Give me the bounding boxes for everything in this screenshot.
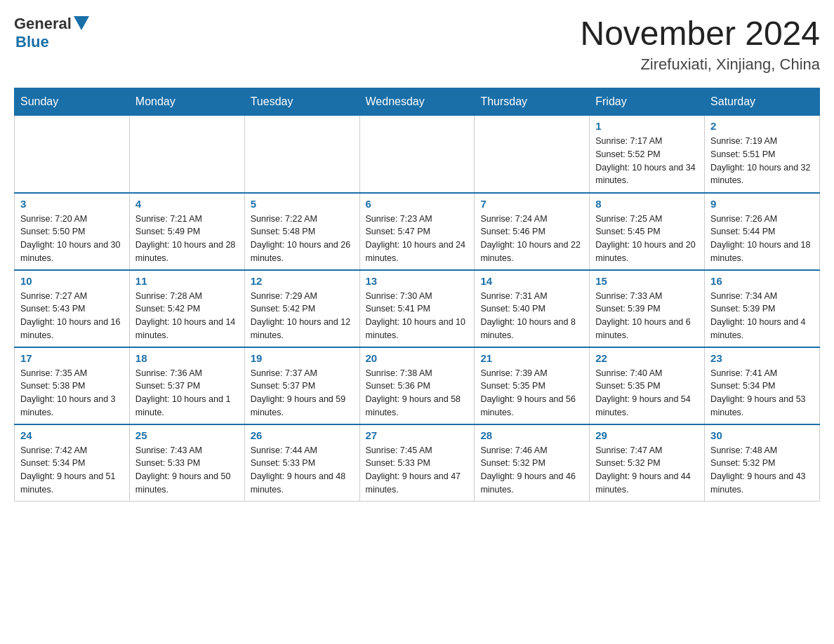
svg-marker-0	[74, 16, 89, 30]
logo-arrow-icon	[74, 16, 89, 30]
calendar-cell: 6Sunrise: 7:23 AMSunset: 5:47 PMDaylight…	[359, 193, 475, 270]
weekday-header-tuesday: Tuesday	[244, 88, 359, 116]
calendar-cell: 2Sunrise: 7:19 AMSunset: 5:51 PMDaylight…	[705, 116, 820, 193]
day-number: 3	[20, 198, 124, 210]
calendar-cell: 29Sunrise: 7:47 AMSunset: 5:32 PMDayligh…	[590, 424, 705, 502]
day-number: 21	[480, 352, 583, 364]
calendar-cell: 25Sunrise: 7:43 AMSunset: 5:33 PMDayligh…	[129, 424, 244, 502]
day-number: 9	[710, 198, 814, 210]
calendar-cell: 23Sunrise: 7:41 AMSunset: 5:34 PMDayligh…	[705, 347, 820, 424]
calendar-week-3: 10Sunrise: 7:27 AMSunset: 5:43 PMDayligh…	[15, 270, 820, 347]
day-number: 28	[480, 429, 583, 441]
day-number: 23	[710, 352, 814, 364]
day-number: 7	[480, 198, 583, 210]
weekday-header-sunday: Sunday	[15, 88, 130, 116]
calendar-cell: 16Sunrise: 7:34 AMSunset: 5:39 PMDayligh…	[705, 270, 820, 347]
calendar-cell: 9Sunrise: 7:26 AMSunset: 5:44 PMDaylight…	[705, 193, 820, 270]
calendar-cell: 21Sunrise: 7:39 AMSunset: 5:35 PMDayligh…	[475, 347, 590, 424]
day-number: 20	[366, 352, 469, 364]
day-info: Sunrise: 7:43 AMSunset: 5:33 PMDaylight:…	[135, 444, 239, 497]
calendar-cell: 5Sunrise: 7:22 AMSunset: 5:48 PMDaylight…	[244, 193, 359, 270]
day-info: Sunrise: 7:19 AMSunset: 5:51 PMDaylight:…	[710, 135, 814, 187]
weekday-header-saturday: Saturday	[705, 88, 820, 116]
day-info: Sunrise: 7:48 AMSunset: 5:32 PMDaylight:…	[710, 444, 814, 497]
logo: General Blue	[14, 14, 89, 51]
calendar-cell: 26Sunrise: 7:44 AMSunset: 5:33 PMDayligh…	[244, 424, 359, 502]
day-info: Sunrise: 7:33 AMSunset: 5:39 PMDaylight:…	[595, 290, 699, 342]
day-number: 11	[135, 275, 239, 287]
day-number: 19	[251, 352, 354, 364]
day-number: 12	[251, 275, 354, 287]
calendar-cell: 27Sunrise: 7:45 AMSunset: 5:33 PMDayligh…	[359, 424, 475, 502]
day-info: Sunrise: 7:27 AMSunset: 5:43 PMDaylight:…	[20, 290, 124, 342]
calendar-cell: 1Sunrise: 7:17 AMSunset: 5:52 PMDaylight…	[590, 116, 705, 193]
day-number: 27	[366, 429, 469, 441]
day-number: 26	[251, 429, 354, 441]
day-number: 6	[366, 198, 469, 210]
calendar-cell	[15, 116, 130, 193]
day-info: Sunrise: 7:23 AMSunset: 5:47 PMDaylight:…	[366, 213, 469, 265]
calendar-cell: 8Sunrise: 7:25 AMSunset: 5:45 PMDaylight…	[590, 193, 705, 270]
day-info: Sunrise: 7:28 AMSunset: 5:42 PMDaylight:…	[135, 290, 239, 342]
day-number: 25	[135, 429, 239, 441]
calendar-week-4: 17Sunrise: 7:35 AMSunset: 5:38 PMDayligh…	[15, 347, 820, 424]
calendar-cell: 19Sunrise: 7:37 AMSunset: 5:37 PMDayligh…	[244, 347, 359, 424]
day-number: 24	[20, 429, 124, 441]
location-title: Zirefuxiati, Xinjiang, China	[580, 55, 820, 74]
page-header: General Blue November 2024 Zirefuxiati, …	[14, 14, 820, 74]
day-number: 22	[595, 352, 699, 364]
day-number: 8	[595, 198, 699, 210]
day-info: Sunrise: 7:30 AMSunset: 5:41 PMDaylight:…	[366, 290, 469, 342]
calendar-cell: 18Sunrise: 7:36 AMSunset: 5:37 PMDayligh…	[129, 347, 244, 424]
logo-combined: General Blue	[14, 14, 89, 51]
day-info: Sunrise: 7:44 AMSunset: 5:33 PMDaylight:…	[251, 444, 354, 497]
day-info: Sunrise: 7:24 AMSunset: 5:46 PMDaylight:…	[480, 213, 583, 265]
day-number: 5	[251, 198, 354, 210]
calendar-week-5: 24Sunrise: 7:42 AMSunset: 5:34 PMDayligh…	[15, 424, 820, 502]
calendar-cell: 22Sunrise: 7:40 AMSunset: 5:35 PMDayligh…	[590, 347, 705, 424]
month-title: November 2024	[580, 14, 820, 53]
weekday-header-monday: Monday	[129, 88, 244, 116]
weekday-header-thursday: Thursday	[475, 88, 590, 116]
day-number: 2	[710, 120, 814, 132]
calendar-cell: 28Sunrise: 7:46 AMSunset: 5:32 PMDayligh…	[475, 424, 590, 502]
day-info: Sunrise: 7:47 AMSunset: 5:32 PMDaylight:…	[595, 444, 699, 497]
calendar-cell: 13Sunrise: 7:30 AMSunset: 5:41 PMDayligh…	[359, 270, 475, 347]
calendar-table: SundayMondayTuesdayWednesdayThursdayFrid…	[14, 88, 820, 502]
calendar-cell: 7Sunrise: 7:24 AMSunset: 5:46 PMDaylight…	[475, 193, 590, 270]
day-info: Sunrise: 7:46 AMSunset: 5:32 PMDaylight:…	[480, 444, 583, 497]
day-number: 17	[20, 352, 124, 364]
day-info: Sunrise: 7:41 AMSunset: 5:34 PMDaylight:…	[710, 367, 814, 420]
day-number: 10	[20, 275, 124, 287]
day-info: Sunrise: 7:21 AMSunset: 5:49 PMDaylight:…	[135, 213, 239, 265]
day-number: 14	[480, 275, 583, 287]
calendar-cell: 15Sunrise: 7:33 AMSunset: 5:39 PMDayligh…	[590, 270, 705, 347]
calendar-cell	[359, 116, 475, 193]
day-number: 18	[135, 352, 239, 364]
calendar-week-1: 1Sunrise: 7:17 AMSunset: 5:52 PMDaylight…	[15, 116, 820, 193]
calendar-cell: 4Sunrise: 7:21 AMSunset: 5:49 PMDaylight…	[129, 193, 244, 270]
weekday-header-friday: Friday	[590, 88, 705, 116]
day-number: 1	[595, 120, 699, 132]
day-info: Sunrise: 7:42 AMSunset: 5:34 PMDaylight:…	[20, 444, 124, 497]
day-info: Sunrise: 7:37 AMSunset: 5:37 PMDaylight:…	[251, 367, 354, 420]
calendar-week-2: 3Sunrise: 7:20 AMSunset: 5:50 PMDaylight…	[15, 193, 820, 270]
day-info: Sunrise: 7:36 AMSunset: 5:37 PMDaylight:…	[135, 367, 239, 420]
calendar-cell: 20Sunrise: 7:38 AMSunset: 5:36 PMDayligh…	[359, 347, 475, 424]
day-number: 13	[366, 275, 469, 287]
logo-general-text: General	[14, 15, 72, 33]
day-info: Sunrise: 7:31 AMSunset: 5:40 PMDaylight:…	[480, 290, 583, 342]
calendar-cell: 12Sunrise: 7:29 AMSunset: 5:42 PMDayligh…	[244, 270, 359, 347]
calendar-cell: 30Sunrise: 7:48 AMSunset: 5:32 PMDayligh…	[705, 424, 820, 502]
calendar-cell: 24Sunrise: 7:42 AMSunset: 5:34 PMDayligh…	[15, 424, 130, 502]
day-info: Sunrise: 7:29 AMSunset: 5:42 PMDaylight:…	[251, 290, 354, 342]
day-info: Sunrise: 7:17 AMSunset: 5:52 PMDaylight:…	[595, 135, 699, 187]
day-info: Sunrise: 7:22 AMSunset: 5:48 PMDaylight:…	[251, 213, 354, 265]
logo-row1: General	[14, 14, 89, 33]
day-info: Sunrise: 7:40 AMSunset: 5:35 PMDaylight:…	[595, 367, 699, 420]
day-info: Sunrise: 7:20 AMSunset: 5:50 PMDaylight:…	[20, 213, 124, 265]
day-info: Sunrise: 7:35 AMSunset: 5:38 PMDaylight:…	[20, 367, 124, 420]
day-number: 16	[710, 275, 814, 287]
weekday-header-wednesday: Wednesday	[359, 88, 475, 116]
day-info: Sunrise: 7:39 AMSunset: 5:35 PMDaylight:…	[480, 367, 583, 420]
